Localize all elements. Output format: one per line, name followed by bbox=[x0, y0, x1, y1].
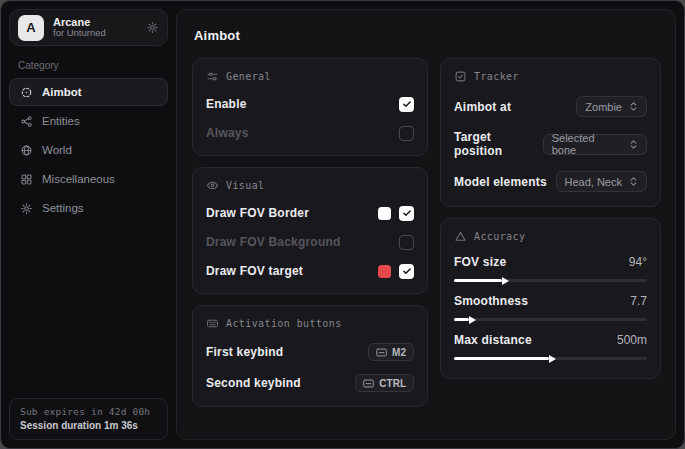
activation-buttons-card: Activation buttons First keybind M2 bbox=[192, 305, 428, 407]
sidebar-item-world[interactable]: World bbox=[9, 136, 168, 164]
setting-label: Smoothness bbox=[454, 294, 528, 308]
slider-fill[interactable] bbox=[454, 318, 469, 321]
setting-label: Always bbox=[206, 126, 249, 140]
sidebar-item-label: Settings bbox=[42, 202, 84, 214]
fov-size-value: 94° bbox=[629, 255, 647, 269]
fov-background-checkbox[interactable] bbox=[399, 235, 414, 250]
sidebar-item-label: World bbox=[42, 144, 72, 156]
target-position-select[interactable]: Selected bone bbox=[543, 134, 647, 155]
general-card-title: General bbox=[206, 70, 414, 83]
keyboard-icon bbox=[206, 317, 219, 330]
setting-label: Draw FOV Border bbox=[206, 206, 309, 220]
setting-label: Model elements bbox=[454, 175, 547, 189]
setting-label: Max distance bbox=[454, 333, 532, 347]
right-column: Tracker Aimbot at Zombie Target position bbox=[440, 58, 661, 390]
globe-icon bbox=[20, 144, 33, 157]
aimbot-at-select[interactable]: Zombie bbox=[576, 96, 647, 117]
keyboard-icon bbox=[376, 348, 387, 357]
second-keybind-button[interactable]: CTRL bbox=[355, 374, 414, 392]
max-distance-slider[interactable] bbox=[454, 357, 647, 360]
sidebar-item-label: Miscellaneous bbox=[42, 173, 115, 185]
fov-size-slider-block: FOV size 94° bbox=[454, 255, 647, 282]
left-column: General Enable Always bbox=[192, 58, 428, 418]
accuracy-card-title: Accuracy bbox=[454, 230, 647, 243]
keybind-value: M2 bbox=[392, 347, 406, 358]
setting-label: Aimbot at bbox=[454, 100, 511, 114]
setting-label: Draw FOV Background bbox=[206, 235, 341, 249]
sidebar-spacer bbox=[9, 223, 168, 398]
category-label: Category bbox=[18, 60, 168, 71]
settings-gear-icon[interactable] bbox=[146, 21, 159, 34]
first-keybind-button[interactable]: M2 bbox=[368, 343, 414, 361]
accuracy-card: Accuracy FOV size 94° Smoothness bbox=[440, 218, 661, 379]
slider-fill[interactable] bbox=[454, 357, 549, 360]
sidebar-item-settings[interactable]: Settings bbox=[9, 194, 168, 222]
setting-row-fov-target: Draw FOV target bbox=[206, 263, 414, 279]
setting-label: Second keybind bbox=[206, 376, 301, 390]
sidebar-item-miscellaneous[interactable]: Miscellaneous bbox=[9, 165, 168, 193]
max-distance-value: 500m bbox=[617, 333, 647, 347]
setting-row-aimbot-at: Aimbot at Zombie bbox=[454, 96, 647, 117]
grid-icon bbox=[20, 173, 33, 186]
card-title-text: Tracker bbox=[474, 71, 519, 82]
main-panel: Aimbot General bbox=[176, 9, 676, 440]
setting-row-second-keybind: Second keybind CTRL bbox=[206, 374, 414, 392]
setting-row-always: Always bbox=[206, 125, 414, 141]
app-window: A Arcane for Unturned Category Aimbot bbox=[0, 0, 685, 449]
max-distance-slider-block: Max distance 500m bbox=[454, 333, 647, 360]
subscription-info-box: Sub expires in 42d 00h Session duration … bbox=[9, 398, 168, 440]
activation-card-title: Activation buttons bbox=[206, 317, 414, 330]
setting-label: FOV size bbox=[454, 255, 506, 269]
tracker-card-title: Tracker bbox=[454, 70, 647, 83]
sidebar-item-entities[interactable]: Entities bbox=[9, 107, 168, 135]
card-title-text: Accuracy bbox=[474, 231, 525, 242]
model-elements-select[interactable]: Head, Neck bbox=[556, 171, 647, 192]
chevron-up-down-icon bbox=[629, 139, 638, 150]
select-value: Head, Neck bbox=[565, 176, 622, 188]
fov-border-color-swatch[interactable] bbox=[378, 207, 391, 220]
setting-label: First keybind bbox=[206, 345, 283, 359]
tracker-card: Tracker Aimbot at Zombie Target position bbox=[440, 58, 661, 207]
smoothness-value: 7.7 bbox=[630, 294, 647, 308]
brand-text: Arcane for Unturned bbox=[53, 16, 106, 40]
slider-fill[interactable] bbox=[454, 279, 502, 282]
page-title: Aimbot bbox=[194, 28, 661, 43]
keyboard-icon bbox=[363, 379, 374, 388]
select-value: Selected bone bbox=[552, 132, 622, 156]
session-duration: Session duration 1m 36s bbox=[20, 420, 157, 431]
fov-target-color-swatch[interactable] bbox=[378, 265, 391, 278]
app-logo: A bbox=[18, 15, 44, 41]
sidebar-item-aimbot[interactable]: Aimbot bbox=[9, 78, 168, 106]
setting-row-enable: Enable bbox=[206, 96, 414, 112]
setting-label: Target position bbox=[454, 130, 543, 158]
smoothness-slider-block: Smoothness 7.7 bbox=[454, 294, 647, 321]
app-subtitle: for Unturned bbox=[53, 28, 106, 39]
smoothness-slider[interactable] bbox=[454, 318, 647, 321]
eye-icon bbox=[206, 179, 219, 192]
fov-target-checkbox[interactable] bbox=[399, 264, 414, 279]
setting-row-target-position: Target position Selected bone bbox=[454, 130, 647, 158]
card-title-text: Visual bbox=[226, 180, 265, 191]
sidebar-item-label: Entities bbox=[42, 115, 80, 127]
check-square-icon bbox=[454, 70, 467, 83]
general-card: General Enable Always bbox=[192, 58, 428, 156]
chevron-up-down-icon bbox=[629, 101, 638, 112]
gear-icon bbox=[20, 202, 33, 215]
card-title-text: General bbox=[226, 71, 271, 82]
setting-row-model-elements: Model elements Head, Neck bbox=[454, 171, 647, 192]
sidebar-item-label: Aimbot bbox=[42, 86, 82, 98]
always-checkbox[interactable] bbox=[399, 126, 414, 141]
tune-icon bbox=[206, 70, 219, 83]
brand-card: A Arcane for Unturned bbox=[9, 9, 168, 46]
setting-label: Enable bbox=[206, 97, 247, 111]
setting-row-fov-background: Draw FOV Background bbox=[206, 234, 414, 250]
visual-card-title: Visual bbox=[206, 179, 414, 192]
fov-size-slider[interactable] bbox=[454, 279, 647, 282]
setting-row-first-keybind: First keybind M2 bbox=[206, 343, 414, 361]
triangle-icon bbox=[454, 230, 467, 243]
enable-checkbox[interactable] bbox=[399, 97, 414, 112]
select-value: Zombie bbox=[585, 101, 622, 113]
fov-border-checkbox[interactable] bbox=[399, 206, 414, 221]
crosshair-icon bbox=[20, 86, 33, 99]
chevron-up-down-icon bbox=[629, 176, 638, 187]
